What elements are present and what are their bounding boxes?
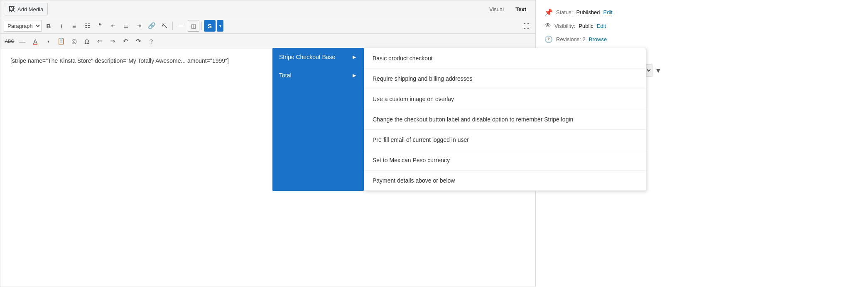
toolbar-divider-2 (201, 22, 202, 30)
revisions-icon: 🕐 (544, 35, 553, 43)
redo-button[interactable]: ↷ (132, 35, 144, 47)
blockquote-button[interactable]: ❝ (94, 20, 106, 32)
align-left-button[interactable]: ⇤ (107, 20, 119, 32)
paragraph-select[interactable]: Paragraph (4, 20, 42, 32)
ordered-list-button[interactable]: ☷ (81, 20, 93, 32)
visibility-icon: 👁 (544, 22, 551, 30)
parent-select-arrow: ▼ (655, 67, 662, 74)
add-media-button[interactable]: 🖼 Add Media (4, 3, 48, 15)
sidebar-revisions-row: 🕐 Revisions: 2 Browse (544, 35, 860, 43)
dropdown-secondary-item-0[interactable]: Basic product checkout (364, 48, 646, 69)
align-right-button[interactable]: ⇥ (133, 20, 145, 32)
format-toolbar: Paragraph B I ≡ ☷ ❝ ⇤ ≣ ⇥ 🔗 ⛏ ― ◫ S ▾ ⛶ (0, 18, 535, 34)
status-value: Published (576, 9, 600, 15)
visibility-label: Visibility: (554, 23, 575, 29)
outdent-button[interactable]: ⇐ (94, 35, 105, 47)
fullscreen-icon: ⛶ (520, 20, 532, 32)
top-toolbar: 🖼 Add Media Visual Text (0, 0, 535, 18)
toolbar-divider-1 (172, 22, 173, 30)
dropdown-secondary-label-6: Payment details above or below (373, 177, 455, 184)
revisions-label: Revisions: 2 (556, 36, 586, 42)
add-media-icon: 🖼 (8, 5, 15, 13)
more-button[interactable]: ― (175, 20, 186, 32)
italic-button[interactable]: I (56, 20, 67, 32)
clear-format-button[interactable]: ◎ (68, 35, 80, 47)
dropdown-secondary-item-2[interactable]: Use a custom image on overlay (364, 89, 646, 109)
revisions-browse-link[interactable]: Browse (589, 36, 607, 42)
dropdown-secondary-item-1[interactable]: Require shipping and billing addresses (364, 69, 646, 89)
add-media-label: Add Media (17, 6, 43, 12)
editor-text: [stripe name="The Kinsta Store" descript… (10, 57, 229, 64)
sidebar-status-row: 📌 Status: Published Edit (544, 8, 860, 16)
align-center-button[interactable]: ≣ (120, 20, 132, 32)
help-button[interactable]: ? (145, 35, 157, 47)
extra-toolbar: ABC — A ▾ 📋 ◎ Ω ⇐ ⇒ ↶ ↷ ? (0, 34, 535, 49)
horizontal-rule-button[interactable]: — (17, 35, 28, 47)
visibility-value: Public (579, 23, 593, 29)
dropdown-secondary-item-5[interactable]: Set to Mexican Peso currency (364, 150, 646, 171)
status-icon: 📌 (544, 8, 553, 16)
unlink-button[interactable]: ⛏ (159, 20, 170, 32)
dropdown-secondary-item-3[interactable]: Change the checkout button label and dis… (364, 109, 646, 130)
stripe-button[interactable]: S (204, 20, 216, 32)
bold-button[interactable]: B (43, 20, 54, 32)
tab-visual[interactable]: Visual (483, 5, 510, 14)
dropdown-item-total[interactable]: Total ► (272, 66, 364, 84)
sidebar-visibility-row: 👁 Visibility: Public Edit (544, 22, 860, 30)
dropdown-secondary-label-4: Pre-fill email of current logged in user (373, 136, 469, 143)
stripe-caret-button[interactable]: ▾ (217, 20, 223, 32)
chevron-right-icon-2: ► (351, 72, 357, 79)
dropdown-secondary-label-3: Change the checkout button label and dis… (373, 116, 573, 123)
link-button[interactable]: 🔗 (146, 20, 157, 32)
dropdown-secondary-item-6[interactable]: Payment details above or below (364, 171, 646, 191)
strikethrough-button[interactable]: ABC (4, 35, 15, 47)
dropdown-item-total-label: Total (279, 72, 292, 79)
dropdown-secondary-label-0: Basic product checkout (373, 55, 433, 62)
stripe-dropdown-secondary: Basic product checkout Require shipping … (364, 48, 646, 191)
unordered-list-button[interactable]: ≡ (69, 20, 80, 32)
dropdown-item-label: Stripe Checkout Base (279, 54, 335, 60)
table-button[interactable]: ◫ (188, 20, 199, 32)
status-edit-link[interactable]: Edit (603, 9, 613, 15)
dropdown-secondary-label-2: Use a custom image on overlay (373, 96, 454, 102)
paste-word-button[interactable]: 📋 (55, 35, 67, 47)
indent-button[interactable]: ⇒ (107, 35, 118, 47)
visibility-edit-link[interactable]: Edit (597, 23, 606, 29)
tab-text[interactable]: Text (510, 5, 532, 14)
stripe-dropdown-primary: Stripe Checkout Base ► Total ► (272, 48, 364, 191)
special-chars-button[interactable]: Ω (81, 35, 93, 47)
dropdown-secondary-label-1: Require shipping and billing addresses (373, 75, 473, 82)
text-color-picker[interactable]: ▾ (42, 35, 54, 47)
undo-button[interactable]: ↶ (120, 35, 131, 47)
dropdown-secondary-label-5: Set to Mexican Peso currency (373, 157, 450, 163)
fullscreen-button[interactable]: ⛶ (520, 20, 532, 32)
status-label: Status: (556, 9, 573, 15)
dropdown-item-stripe-checkout-base[interactable]: Stripe Checkout Base ► (272, 48, 364, 66)
chevron-right-icon: ► (351, 54, 357, 60)
view-tabs: Visual Text (483, 5, 532, 14)
dropdown-container: Stripe Checkout Base ► Total ► Basic pro… (272, 48, 646, 191)
dropdown-secondary-item-4[interactable]: Pre-fill email of current logged in user (364, 130, 646, 150)
text-color-button[interactable]: A (29, 35, 41, 47)
